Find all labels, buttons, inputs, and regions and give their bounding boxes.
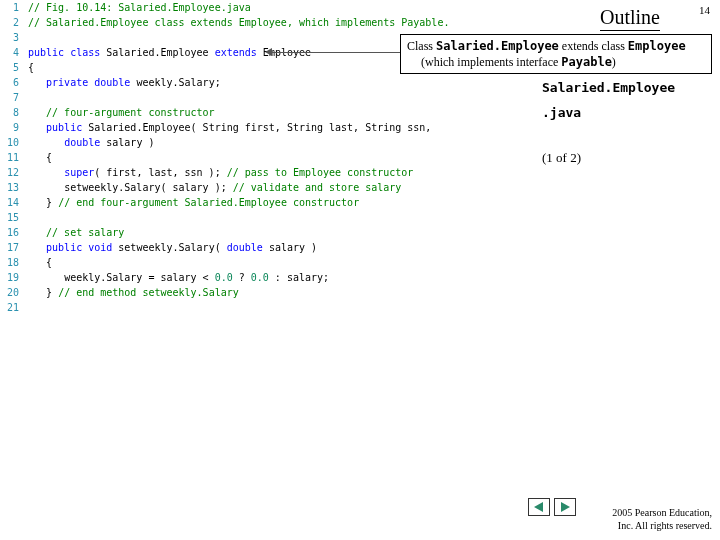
code-line: 13 setweekly.Salary( salary ); // valida…: [0, 180, 720, 195]
callout-line-2: (which implements interface Payable): [407, 54, 705, 70]
code-content: {: [22, 255, 720, 270]
prev-button[interactable]: [528, 498, 550, 516]
code-line: 14 } // end four-argument Salaried.Emplo…: [0, 195, 720, 210]
code-content: super( first, last, ssn ); // pass to Em…: [22, 165, 720, 180]
page-number: 14: [699, 4, 710, 16]
line-number: 12: [0, 165, 22, 180]
svg-marker-0: [534, 502, 543, 512]
code-line: 12 super( first, last, ssn ); // pass to…: [0, 165, 720, 180]
code-content: setweekly.Salary( salary ); // validate …: [22, 180, 720, 195]
line-number: 18: [0, 255, 22, 270]
line-number: 14: [0, 195, 22, 210]
callout-arrowhead-icon: [265, 48, 272, 56]
code-content: public void setweekly.Salary( double sal…: [22, 240, 720, 255]
code-content: weekly.Salary = salary < 0.0 ? 0.0 : sal…: [22, 270, 720, 285]
code-line: 18 {: [0, 255, 720, 270]
line-number: 17: [0, 240, 22, 255]
line-number: 20: [0, 285, 22, 300]
line-number: 13: [0, 180, 22, 195]
copyright-text: 2005 Pearson Education, Inc. All rights …: [612, 507, 712, 532]
line-number: 9: [0, 120, 22, 135]
code-content: } // end four-argument Salaried.Employee…: [22, 195, 720, 210]
line-number: 16: [0, 225, 22, 240]
svg-marker-1: [561, 502, 570, 512]
line-number: 10: [0, 135, 22, 150]
side-page-info: (1 of 2): [542, 150, 712, 166]
triangle-left-icon: [533, 501, 545, 513]
outline-heading: Outline: [600, 6, 660, 31]
code-line: 16 // set salary: [0, 225, 720, 240]
nav-buttons: [528, 498, 576, 516]
side-file-ext: .java: [542, 105, 712, 120]
line-number: 4: [0, 45, 22, 60]
triangle-right-icon: [559, 501, 571, 513]
next-button[interactable]: [554, 498, 576, 516]
code-content: // set salary: [22, 225, 720, 240]
line-number: 5: [0, 60, 22, 75]
code-line: 19 weekly.Salary = salary < 0.0 ? 0.0 : …: [0, 270, 720, 285]
line-number: 21: [0, 300, 22, 315]
side-panel: Salaried.Employee .java (1 of 2): [542, 80, 712, 166]
line-number: 8: [0, 105, 22, 120]
callout-connector: [270, 52, 400, 53]
line-number: 2: [0, 15, 22, 30]
line-number: 3: [0, 30, 22, 45]
line-number: 7: [0, 90, 22, 105]
code-line: 20 } // end method setweekly.Salary: [0, 285, 720, 300]
line-number: 11: [0, 150, 22, 165]
code-line: 15: [0, 210, 720, 225]
code-content: } // end method setweekly.Salary: [22, 285, 720, 300]
code-line: 21: [0, 300, 720, 315]
callout-line-1: Class Salaried.Employee extends class Em…: [407, 38, 705, 54]
side-class-name: Salaried.Employee: [542, 80, 712, 95]
line-number: 19: [0, 270, 22, 285]
code-line: 17 public void setweekly.Salary( double …: [0, 240, 720, 255]
line-number: 15: [0, 210, 22, 225]
callout-box: Class Salaried.Employee extends class Em…: [400, 34, 712, 74]
line-number: 6: [0, 75, 22, 90]
line-number: 1: [0, 0, 22, 15]
